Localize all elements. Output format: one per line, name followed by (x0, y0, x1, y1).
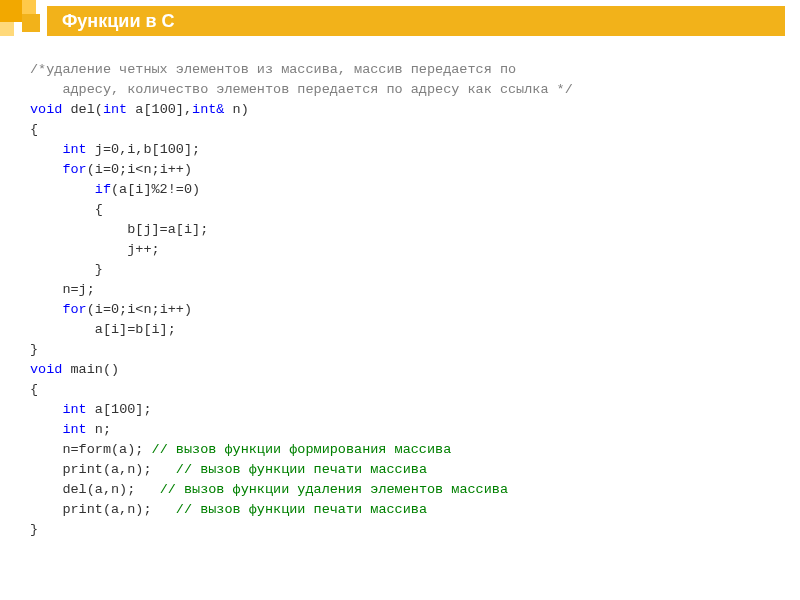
code-comment: // вызов функции формирования массива (152, 442, 452, 457)
code-comment: адресу, количество элементов передается … (30, 82, 573, 97)
code-text: { (30, 382, 38, 397)
code-text: j=0,i,b[100]; (95, 142, 200, 157)
code-text: b[j]=a[i]; (127, 222, 208, 237)
code-text: } (95, 262, 103, 277)
deco-square (0, 0, 22, 22)
code-text: n=j; (62, 282, 94, 297)
code-comment: // вызов функции печати массива (176, 462, 427, 477)
code-text: main() (71, 362, 120, 377)
code-comment: // вызов функции удаления элементов масс… (160, 482, 508, 497)
deco-square (0, 22, 14, 36)
code-block: /*удаление четных элементов из массива, … (30, 60, 770, 540)
slide-title: Функции в С (62, 11, 175, 32)
deco-square (22, 0, 36, 14)
title-bar: Функции в С (47, 6, 785, 36)
code-text: (i=0;i<n;i++) (87, 162, 192, 177)
kw: int (62, 142, 86, 157)
kw: for (62, 162, 86, 177)
deco-square (22, 14, 40, 32)
code-text: j++; (127, 242, 159, 257)
code-text: { (95, 202, 103, 217)
code-comment: // вызов функции печати массива (176, 502, 427, 517)
code-text: print(a,n); (62, 502, 151, 517)
kw: int (62, 422, 86, 437)
code-text: (i=0;i<n;i++) (87, 302, 192, 317)
code-text: n; (95, 422, 111, 437)
code-text: n=form(a); (62, 442, 143, 457)
kw: void (30, 102, 62, 117)
code-text: print(a,n); (62, 462, 151, 477)
code-text: n) (233, 102, 249, 117)
code-text: (a[i]%2!=0) (111, 182, 200, 197)
code-text: del( (71, 102, 103, 117)
kw: int& (192, 102, 224, 117)
code-text: a[100]; (95, 402, 152, 417)
kw: if (95, 182, 111, 197)
code-text: a[100], (135, 102, 192, 117)
code-text: } (30, 342, 38, 357)
code-text: a[i]=b[i]; (95, 322, 176, 337)
code-text: del(a,n); (62, 482, 135, 497)
kw: int (62, 402, 86, 417)
slide: Функции в С /*удаление четных элементов … (0, 0, 800, 600)
kw: for (62, 302, 86, 317)
code-comment: /*удаление четных элементов из массива, … (30, 62, 516, 77)
kw: int (103, 102, 127, 117)
kw: void (30, 362, 62, 377)
code-text: } (30, 522, 38, 537)
code-text: { (30, 122, 38, 137)
